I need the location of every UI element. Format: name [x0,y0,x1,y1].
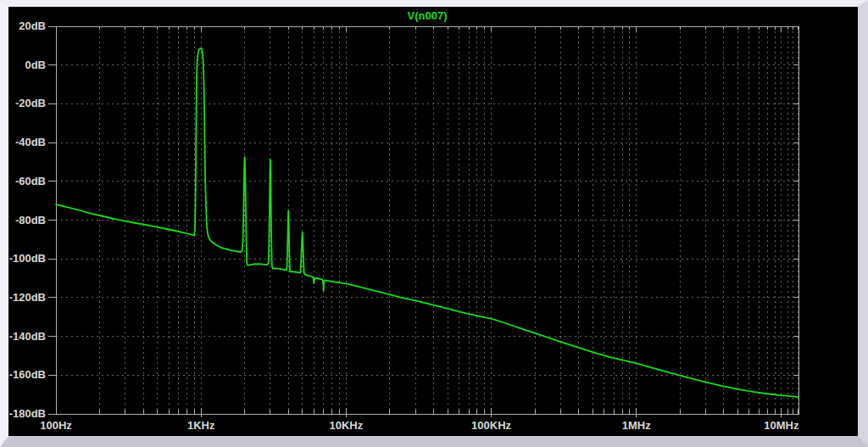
x-axis-label: 10KHz [329,419,363,432]
y-axis-label: -140dB [9,330,46,343]
x-axis-label: 1KHz [187,419,215,432]
x-axis-label: 10MHz [764,419,799,432]
trace-v-n007-[interactable] [56,48,798,397]
y-axis-label: -80dB [15,214,46,226]
y-axis-label: -120dB [9,291,46,304]
trace-label[interactable]: V(n007) [56,9,798,22]
axis-ticks [48,26,798,417]
gridlines [56,26,798,414]
waveform-pane-frame: 20dB0dB-20dB-40dB-60dB-80dB-100dB-120dB-… [0,0,868,447]
y-axis-label: -20dB [15,97,46,109]
x-axis-label: 100Hz [40,419,72,432]
y-axis-labels: 20dB0dB-20dB-40dB-60dB-80dB-100dB-120dB-… [9,20,46,420]
x-axis-labels: 100Hz1KHz10KHz100KHz1MHz10MHz [40,419,799,432]
y-axis-label: -60dB [15,175,46,187]
x-axis-label: 1MHz [622,419,651,432]
y-axis-label: 20dB [19,20,46,32]
y-axis-label: -160dB [9,368,46,381]
plot-canvas[interactable]: 20dB0dB-20dB-40dB-60dB-80dB-100dB-120dB-… [8,7,858,436]
y-axis-label: -180dB [9,407,46,420]
x-axis-label: 100KHz [471,419,511,432]
y-axis-label: 0dB [25,59,46,71]
y-axis-label: -100dB [9,252,46,265]
y-axis-label: -40dB [15,136,46,148]
waveform-pane: 20dB0dB-20dB-40dB-60dB-80dB-100dB-120dB-… [8,7,858,436]
